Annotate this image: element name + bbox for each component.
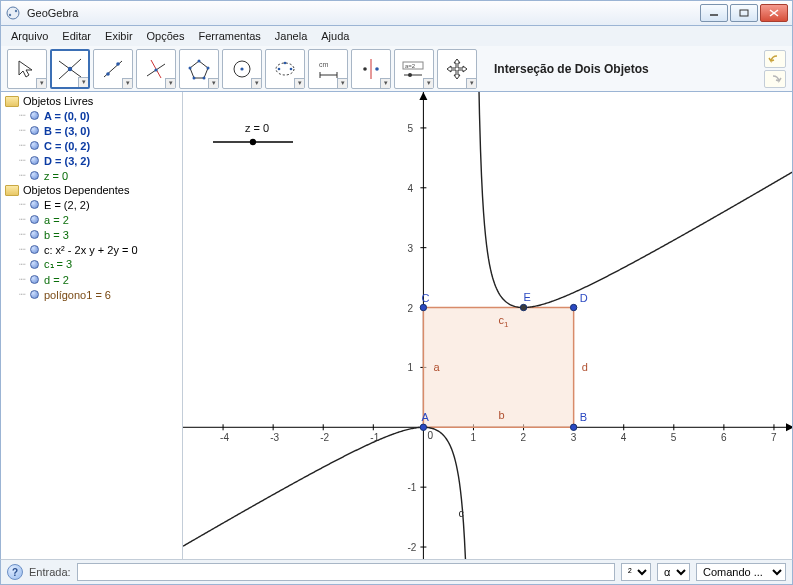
object-label: polígono1 = 6 <box>44 289 111 301</box>
svg-text:z = 0: z = 0 <box>245 122 269 134</box>
visibility-toggle-icon[interactable] <box>30 200 39 209</box>
folder-free-objects[interactable]: Objetos Livres <box>1 94 182 108</box>
svg-point-95 <box>250 139 256 145</box>
minimize-button[interactable] <box>700 4 728 22</box>
folder-label: Objetos Dependentes <box>23 184 129 196</box>
algebra-item[interactable]: ┈c₁ = 3 <box>1 257 182 272</box>
algebra-item[interactable]: ┈c: x² - 2x y + 2y = 0 <box>1 242 182 257</box>
algebra-item[interactable]: ┈polígono1 = 6 <box>1 287 182 302</box>
svg-text:-1: -1 <box>407 482 416 493</box>
algebra-item[interactable]: ┈E = (2, 2) <box>1 197 182 212</box>
svg-text:-2: -2 <box>320 432 329 443</box>
visibility-toggle-icon[interactable] <box>30 230 39 239</box>
command-input[interactable] <box>77 563 615 581</box>
tool-line[interactable]: ▾ <box>93 49 133 89</box>
object-label: A = (0, 0) <box>44 110 90 122</box>
tool-perpendicular[interactable]: ▾ <box>136 49 176 89</box>
svg-text:7: 7 <box>771 432 777 443</box>
tool-move[interactable]: ▾ <box>7 49 47 89</box>
visibility-toggle-icon[interactable] <box>30 260 39 269</box>
visibility-toggle-icon[interactable] <box>30 171 39 180</box>
svg-text:1: 1 <box>470 432 476 443</box>
menu-exibir[interactable]: Exibir <box>99 28 139 44</box>
algebra-item[interactable]: ┈a = 2 <box>1 212 182 227</box>
algebra-item[interactable]: ┈B = (3, 0) <box>1 123 182 138</box>
svg-point-38 <box>408 73 412 77</box>
object-label: D = (3, 2) <box>44 155 90 167</box>
svg-text:a=2: a=2 <box>405 63 416 69</box>
object-label: b = 3 <box>44 229 69 241</box>
symbol-exponent-select[interactable]: ² <box>621 563 651 581</box>
algebra-item[interactable]: ┈A = (0, 0) <box>1 108 182 123</box>
redo-button[interactable] <box>764 70 786 88</box>
svg-point-0 <box>7 7 19 19</box>
app-icon <box>5 5 21 21</box>
svg-point-9 <box>68 66 72 70</box>
visibility-toggle-icon[interactable] <box>30 111 39 120</box>
svg-text:4: 4 <box>621 432 627 443</box>
svg-text:-2: -2 <box>407 542 416 553</box>
close-button[interactable] <box>760 4 788 22</box>
algebra-item[interactable]: ┈D = (3, 2) <box>1 153 182 168</box>
visibility-toggle-icon[interactable] <box>30 156 39 165</box>
svg-text:-4: -4 <box>220 432 229 443</box>
window-titlebar: GeoGebra <box>0 0 793 26</box>
visibility-toggle-icon[interactable] <box>30 245 39 254</box>
object-label: B = (3, 0) <box>44 125 90 137</box>
visibility-toggle-icon[interactable] <box>30 141 39 150</box>
svg-rect-4 <box>740 10 748 16</box>
tool-conic[interactable]: ▾ <box>265 49 305 89</box>
menu-ajuda[interactable]: Ajuda <box>315 28 355 44</box>
tool-slider[interactable]: a=2▾ <box>394 49 434 89</box>
algebra-item[interactable]: ┈z = 0 <box>1 168 182 183</box>
help-icon[interactable]: ? <box>7 564 23 580</box>
algebra-item[interactable]: ┈C = (0, 2) <box>1 138 182 153</box>
object-label: d = 2 <box>44 274 69 286</box>
menu-ferramentas[interactable]: Ferramentas <box>192 28 266 44</box>
svg-point-26 <box>290 67 293 70</box>
folder-dependent-objects[interactable]: Objetos Dependentes <box>1 183 182 197</box>
algebra-item[interactable]: ┈d = 2 <box>1 272 182 287</box>
visibility-toggle-icon[interactable] <box>30 275 39 284</box>
svg-text:6: 6 <box>721 432 727 443</box>
menu-editar[interactable]: Editar <box>56 28 97 44</box>
object-label: a = 2 <box>44 214 69 226</box>
svg-text:a: a <box>433 361 440 373</box>
tool-intersect[interactable]: ▾ <box>50 49 90 89</box>
tool-polygon[interactable]: ▾ <box>179 49 219 89</box>
menubar: ArquivoEditarExibirOpçõesFerramentasJane… <box>0 26 793 46</box>
svg-point-1 <box>9 14 11 16</box>
svg-text:4: 4 <box>407 183 413 194</box>
window-title: GeoGebra <box>27 7 700 19</box>
tool-circle[interactable]: ▾ <box>222 49 262 89</box>
svg-point-23 <box>240 67 243 70</box>
visibility-toggle-icon[interactable] <box>30 215 39 224</box>
object-label: c₁ = 3 <box>44 258 72 271</box>
folder-label: Objetos Livres <box>23 95 93 107</box>
svg-point-19 <box>203 76 206 79</box>
svg-text:c: c <box>458 507 464 519</box>
svg-point-85 <box>570 304 576 310</box>
graphics-view[interactable]: -4-3-2-101234567-2-112345ABCDEabc1dcz = … <box>183 92 792 559</box>
tool-move-view[interactable]: ▾ <box>437 49 477 89</box>
toolbar: ▾ ▾ ▾ ▾ ▾ ▾ ▾ cm▾ ▾ a=2▾ ▾ Interseção de… <box>0 46 793 92</box>
svg-text:-3: -3 <box>270 432 279 443</box>
tool-measure[interactable]: cm▾ <box>308 49 348 89</box>
svg-point-33 <box>363 67 367 71</box>
command-select[interactable]: Comando ... <box>696 563 786 581</box>
input-label: Entrada: <box>29 566 71 578</box>
visibility-toggle-icon[interactable] <box>30 290 39 299</box>
svg-point-81 <box>570 424 576 430</box>
tool-reflect[interactable]: ▾ <box>351 49 391 89</box>
algebra-item[interactable]: ┈b = 3 <box>1 227 182 242</box>
visibility-toggle-icon[interactable] <box>30 126 39 135</box>
folder-icon <box>5 185 19 196</box>
svg-point-27 <box>284 61 287 64</box>
menu-janela[interactable]: Janela <box>269 28 313 44</box>
menu-arquivo[interactable]: Arquivo <box>5 28 54 44</box>
undo-button[interactable] <box>764 50 786 68</box>
maximize-button[interactable] <box>730 4 758 22</box>
symbol-greek-select[interactable]: α <box>657 563 690 581</box>
tool-hint: Interseção de Dois Objetos <box>494 62 761 76</box>
menu-opções[interactable]: Opções <box>141 28 191 44</box>
